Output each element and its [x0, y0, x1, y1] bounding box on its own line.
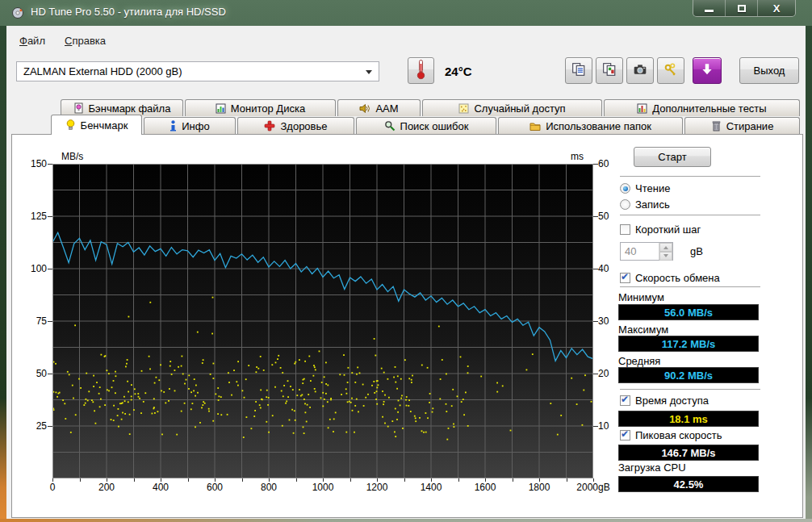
exit-button[interactable]: Выход — [739, 57, 799, 84]
tick-mark — [48, 164, 52, 165]
radio-read-control[interactable] — [620, 183, 630, 194]
short-stride-label: Короткий шаг — [635, 223, 701, 236]
tab-aam[interactable]: AAM — [337, 99, 421, 116]
y-axis-right-tick-label: 40 — [598, 263, 622, 274]
tab-label: Монитор Диска — [231, 102, 305, 115]
minimize-button[interactable] — [693, 0, 726, 16]
close-button[interactable]: X — [758, 0, 795, 16]
health-icon — [264, 120, 275, 132]
y-axis-right-tick-label: 60 — [598, 158, 622, 169]
drive-select[interactable]: ZALMAN External HDD (2000 gB) — [16, 61, 379, 81]
screenshot-button[interactable] — [626, 57, 654, 84]
tab-benchmark[interactable]: Бенчмарк — [51, 115, 142, 135]
window-border-bottom — [0, 519, 812, 522]
tab-health[interactable]: Здоровье — [237, 117, 354, 134]
drive-select-value: ZALMAN External HDD (2000 gB) — [23, 65, 182, 77]
benchmark-chart — [52, 164, 593, 478]
tab-label: Здоровье — [280, 120, 327, 132]
access-time-checkbox[interactable] — [620, 395, 630, 406]
tab-label: Инфо — [182, 120, 209, 132]
tick-mark — [107, 478, 107, 482]
tick-mark — [48, 321, 52, 322]
burst-rate-label: Пиковая скорость — [635, 429, 722, 441]
options-button[interactable] — [657, 57, 684, 84]
disk-monitor-icon — [216, 103, 226, 114]
options-icon — [663, 62, 678, 79]
copy-text-button[interactable] — [565, 57, 592, 84]
tick-mark — [404, 478, 405, 482]
average-label: Средняя — [618, 355, 660, 367]
spinner-down-icon[interactable] — [659, 252, 672, 261]
tick-mark — [593, 374, 598, 374]
tick-mark — [377, 478, 378, 482]
short-stride-checkbox[interactable] — [620, 224, 630, 235]
menu-item-0[interactable]: Файл — [16, 34, 48, 48]
hdtune-logo-icon — [11, 6, 24, 19]
y-axis-tick-label: 50 — [19, 368, 47, 379]
chevron-down-icon — [366, 70, 372, 77]
tab-random-access[interactable]: Случайный доступ — [422, 99, 602, 116]
cpu-usage-label: Загрузка CPU — [618, 461, 686, 474]
access-time-checkbox-row[interactable]: Время доступа — [620, 395, 709, 407]
radio-read[interactable]: Чтение — [620, 182, 670, 194]
thermometer-icon — [416, 59, 426, 82]
y-axis-tick-label: 125 — [19, 211, 47, 222]
caption-buttons: X — [693, 0, 796, 17]
tick-mark — [134, 478, 135, 482]
transfer-rate-checkbox-row[interactable]: Скорость обмена — [620, 272, 720, 284]
separator — [620, 389, 760, 390]
short-stride-checkbox-row[interactable]: Короткий шаг — [620, 223, 701, 236]
tick-mark — [485, 478, 486, 482]
menu-item-1[interactable]: Справка — [61, 34, 109, 48]
tick-mark — [48, 216, 52, 217]
additional-tests-icon — [637, 103, 647, 114]
folder-icon — [529, 121, 541, 132]
tick-mark — [80, 478, 81, 482]
maximize-button[interactable] — [726, 0, 758, 16]
tab-folder-usage[interactable]: Использование папок — [498, 117, 683, 134]
minimum-label: Минимум — [618, 291, 664, 303]
tick-mark — [215, 478, 216, 482]
tab-file-benchmark[interactable]: Бэнчмарк файла — [61, 99, 183, 116]
spinner-up-icon[interactable] — [659, 243, 672, 252]
tick-mark — [593, 321, 598, 322]
tick-mark — [48, 374, 52, 374]
stride-size-input[interactable]: 40 — [620, 242, 673, 261]
window-border-right — [806, 26, 812, 522]
error-scan-icon — [384, 120, 396, 132]
transfer-rate-checkbox[interactable] — [620, 273, 630, 283]
save-results-button[interactable] — [693, 57, 722, 84]
info-icon — [170, 120, 177, 132]
tab-disk-monitor[interactable]: Монитор Диска — [185, 99, 336, 116]
tick-mark — [567, 478, 567, 482]
y-axis-right-tick-label: 50 — [598, 211, 622, 222]
tick-mark — [323, 478, 324, 482]
start-button[interactable]: Старт — [634, 147, 711, 167]
separator — [620, 176, 760, 177]
random-access-icon — [458, 103, 469, 114]
tick-mark — [593, 164, 598, 165]
tick-mark — [242, 478, 243, 482]
tab-label: AAM — [375, 102, 398, 115]
tick-mark — [458, 478, 459, 482]
tab-info[interactable]: Инфо — [144, 117, 236, 134]
separator — [620, 215, 760, 216]
tick-mark — [593, 478, 594, 482]
tab-extra-tests[interactable]: Дополнительные тесты — [604, 99, 800, 116]
access-time-value: 18.1 ms — [618, 411, 759, 427]
hd-tune-window: HD Tune Pro 5.50 - утилита для HD/SSD X … — [0, 0, 812, 522]
radio-write-control[interactable] — [620, 199, 630, 210]
temperature-button[interactable] — [408, 57, 434, 84]
burst-rate-checkbox[interactable] — [620, 430, 630, 441]
maximum-value: 117.2 MB/s — [618, 336, 759, 352]
radio-read-label: Чтение — [635, 182, 670, 194]
transfer-rate-label: Скорость обмена — [635, 272, 720, 284]
tab-erase[interactable]: Стирание — [684, 117, 800, 134]
copy-image-button[interactable] — [596, 57, 623, 84]
tab-label: Поиск ошибок — [400, 120, 469, 132]
tab-error-scan[interactable]: Поиск ошибок — [356, 117, 496, 134]
radio-write[interactable]: Запись — [620, 198, 670, 211]
x-axis-tick-label: 2000gB — [561, 482, 626, 493]
copy-image-icon — [602, 62, 617, 79]
burst-rate-checkbox-row[interactable]: Пиковая скорость — [620, 429, 722, 441]
